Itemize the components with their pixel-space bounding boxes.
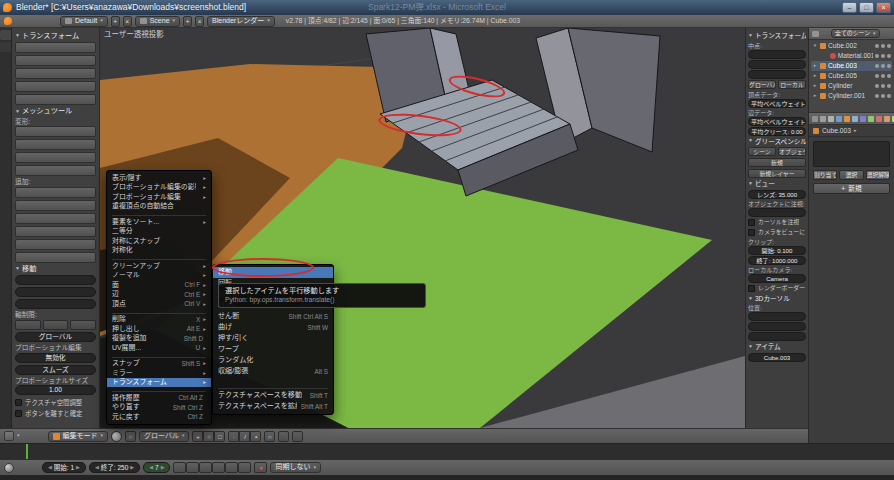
restrict-select-icon[interactable] bbox=[881, 94, 885, 98]
proportional-dropdown[interactable]: 無効化 bbox=[15, 353, 96, 363]
expand-icon[interactable]: ▸ bbox=[812, 63, 818, 69]
frame-start-field[interactable]: ◀ 開始: 1 ▶ bbox=[42, 462, 86, 473]
playback-button[interactable] bbox=[186, 462, 199, 473]
restrict-render-icon[interactable] bbox=[887, 54, 891, 58]
axis-toggle[interactable] bbox=[15, 320, 41, 330]
restrict-render-icon[interactable] bbox=[887, 84, 891, 88]
gp-scene-tab[interactable]: シーン bbox=[748, 147, 776, 156]
tool-shelf-tab[interactable] bbox=[0, 30, 11, 40]
panel-header-grease-pencil[interactable]: ▼ グリースペンシルレイ bbox=[748, 138, 806, 146]
restrict-render-icon[interactable] bbox=[887, 74, 891, 78]
number-field[interactable] bbox=[748, 332, 806, 341]
falloff-dropdown[interactable]: スムーズ bbox=[15, 365, 96, 375]
menu-item[interactable]: 辺 Ctrl E ▸ bbox=[107, 290, 211, 300]
local-camera-field[interactable]: Camera bbox=[748, 274, 806, 283]
timeline-editor-icon[interactable] bbox=[4, 463, 14, 473]
tool-button[interactable] bbox=[15, 252, 96, 263]
outliner-display-dropdown[interactable]: 全てのシーン ▾ bbox=[831, 29, 880, 38]
gp-new-button[interactable]: 新規 bbox=[748, 158, 806, 167]
menu-item[interactable]: 要素をソート... ▸ bbox=[107, 217, 211, 227]
scale-manipulator-icon[interactable]: □ bbox=[214, 431, 225, 442]
restrict-render-icon[interactable] bbox=[887, 44, 891, 48]
panel-header-transform[interactable]: ▼ トランスフォーム bbox=[15, 32, 96, 40]
tool-button[interactable] bbox=[15, 55, 96, 66]
outliner-row[interactable]: ▾ Cube.002 bbox=[811, 41, 892, 51]
edge-select-icon[interactable]: / bbox=[239, 431, 250, 442]
menu-item[interactable]: 元に戻す Ctrl Z bbox=[107, 412, 211, 422]
decrement-icon[interactable]: ◀ bbox=[48, 465, 52, 471]
tool-button[interactable] bbox=[15, 139, 96, 150]
scene-dropdown[interactable]: Scene ▾ bbox=[135, 16, 180, 27]
menu-item[interactable]: テクスチャスペースを拡縮 Shift Alt T bbox=[213, 401, 333, 412]
menu-item[interactable]: 押す/引く bbox=[213, 333, 333, 344]
viewport-shading-icon[interactable] bbox=[111, 431, 122, 442]
global-toggle[interactable]: グローバル bbox=[748, 80, 776, 89]
eye-icon[interactable] bbox=[875, 84, 879, 88]
menu-item[interactable]: 対称にスナップ bbox=[107, 236, 211, 246]
playback-button[interactable] bbox=[199, 462, 212, 473]
outliner-editor-icon[interactable] bbox=[812, 31, 819, 37]
menu-item[interactable]: ミラー ▸ bbox=[107, 368, 211, 378]
panel-header-view[interactable]: ▼ ビュー bbox=[748, 180, 806, 188]
outliner-row[interactable]: ▸ Cube.005 bbox=[811, 71, 892, 81]
decrement-icon[interactable]: ◀ bbox=[95, 465, 99, 471]
texture-space-checkbox[interactable] bbox=[15, 399, 22, 406]
menu-item[interactable]: 複製を追加 Shift D bbox=[107, 334, 211, 344]
menu-item[interactable]: 二等分 bbox=[107, 227, 211, 237]
panel-header-mesh-tools[interactable]: ▼ メッシュツール bbox=[15, 107, 96, 115]
eye-icon[interactable] bbox=[875, 94, 879, 98]
menu-item[interactable]: やり直す Shift Ctrl Z bbox=[107, 403, 211, 413]
menu-item[interactable]: 表示/隠す ▸ bbox=[107, 173, 211, 183]
number-field[interactable] bbox=[748, 60, 806, 69]
menu-item[interactable]: プロポーショナル編集 ▸ bbox=[107, 192, 211, 202]
deselect-button[interactable]: 選択解除 bbox=[866, 170, 890, 180]
increment-icon[interactable]: ▶ bbox=[130, 465, 134, 471]
vertex-select-icon[interactable]: · bbox=[228, 431, 239, 442]
gp-object-tab[interactable]: オブジェクト bbox=[778, 147, 806, 156]
tool-button[interactable] bbox=[15, 126, 96, 137]
restrict-select-icon[interactable] bbox=[881, 84, 885, 88]
render-engine-dropdown[interactable]: Blenderレンダー ▾ bbox=[207, 16, 275, 27]
tool-button[interactable] bbox=[15, 42, 96, 53]
restrict-select-icon[interactable] bbox=[881, 44, 885, 48]
expand-icon[interactable]: ▾ bbox=[812, 43, 818, 49]
mode-dropdown[interactable]: 編集モード ▾ bbox=[48, 431, 109, 442]
menu-item[interactable]: 押し出し Alt E ▸ bbox=[107, 324, 211, 334]
local-toggle[interactable]: ローカル bbox=[778, 80, 806, 89]
menu-item[interactable]: 操作履歴 Ctrl Alt Z bbox=[107, 393, 211, 403]
editor-type-icon[interactable] bbox=[4, 431, 14, 441]
panel-header-redo[interactable]: ▼ 移動 bbox=[15, 265, 96, 273]
face-select-icon[interactable]: ▪ bbox=[250, 431, 261, 442]
eye-icon[interactable] bbox=[875, 74, 879, 78]
menu-item[interactable]: 曲げ Shift W bbox=[213, 322, 333, 333]
lens-field[interactable]: レンズ: 35.000 bbox=[748, 190, 806, 199]
axis-toggle[interactable] bbox=[43, 320, 69, 330]
properties-tab-icon[interactable] bbox=[836, 116, 842, 122]
properties-tab-icon[interactable] bbox=[844, 116, 850, 122]
rotate-manipulator-icon[interactable]: ○ bbox=[203, 431, 214, 442]
number-field[interactable] bbox=[15, 275, 96, 285]
tool-button[interactable] bbox=[15, 226, 96, 237]
eye-icon[interactable] bbox=[875, 54, 879, 58]
number-field[interactable] bbox=[15, 287, 96, 297]
restrict-render-icon[interactable] bbox=[887, 94, 891, 98]
menu-item[interactable]: ランダム化 bbox=[213, 355, 333, 366]
restrict-select-icon[interactable] bbox=[881, 64, 885, 68]
add-screen-button[interactable]: + bbox=[111, 16, 120, 27]
add-scene-button[interactable]: + bbox=[183, 16, 192, 27]
restrict-select-icon[interactable] bbox=[881, 74, 885, 78]
frame-end-field[interactable]: ◀ 終了: 250 ▶ bbox=[89, 462, 140, 473]
material-slot-list[interactable] bbox=[813, 141, 890, 167]
properties-tab-icon[interactable] bbox=[868, 116, 874, 122]
tool-button[interactable] bbox=[15, 187, 96, 198]
menu-item[interactable]: 面 Ctrl F ▸ bbox=[107, 280, 211, 290]
lock-cursor-checkbox[interactable] bbox=[748, 219, 755, 226]
playback-button[interactable] bbox=[173, 462, 186, 473]
assign-button[interactable]: 割り当て bbox=[813, 170, 837, 180]
screen-layout-dropdown[interactable]: Default ▾ bbox=[60, 16, 108, 27]
record-button[interactable]: ● bbox=[254, 462, 267, 473]
outliner-row[interactable]: ▸ Cube.003 bbox=[811, 61, 892, 71]
menu-item[interactable]: スナップ Shift S ▸ bbox=[107, 359, 211, 369]
menu-item[interactable]: トランスフォーム ▸ bbox=[107, 378, 211, 388]
translate-manipulator-icon[interactable]: + bbox=[192, 431, 203, 442]
